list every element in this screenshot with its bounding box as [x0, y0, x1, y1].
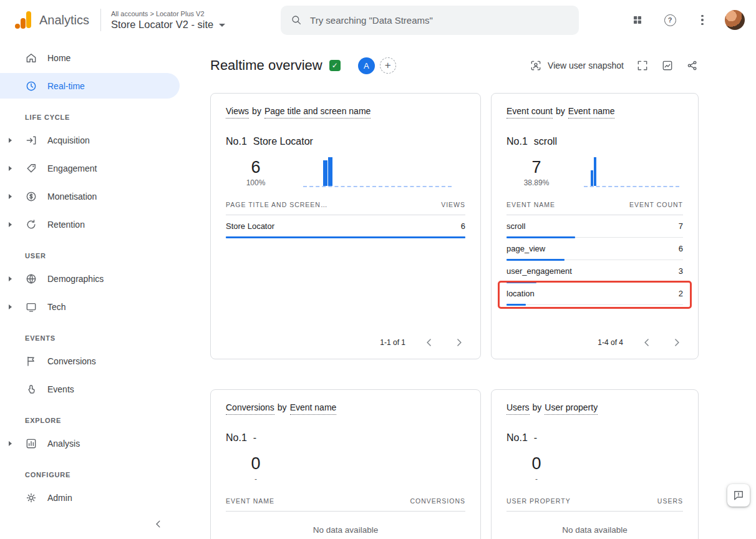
search-placeholder: Try searching "Data Streams"	[310, 15, 433, 26]
sidebar-item-retention[interactable]: Retention	[0, 211, 181, 237]
sidebar-item-engagement[interactable]: Engagement	[0, 155, 181, 181]
home-icon	[25, 52, 37, 64]
more-options-button[interactable]	[690, 7, 715, 32]
metric-row: 0 -	[226, 451, 465, 483]
metric-row: 6 100%	[226, 155, 465, 187]
column-header-metric[interactable]: USERS	[657, 497, 683, 505]
topbar: Analytics All accounts > Locator Plus V2…	[0, 0, 756, 40]
pagination-prev-button[interactable]	[423, 336, 435, 349]
sidebar-item-events[interactable]: Events	[0, 376, 181, 402]
sidebar-item-demographics[interactable]: Demographics	[0, 266, 181, 291]
expand-caret-icon[interactable]	[9, 166, 12, 171]
row-value: 6	[679, 244, 683, 253]
metric-block: 7 38.89%	[523, 158, 550, 187]
view-user-snapshot-label: View user snapshot	[548, 61, 624, 70]
comparison-chip-all-users[interactable]: A	[358, 57, 375, 74]
account-avatar[interactable]	[722, 7, 747, 32]
card-title-metric[interactable]: Conversions	[226, 402, 274, 415]
column-header-metric[interactable]: CONVERSIONS	[410, 497, 465, 505]
pagination-next-button[interactable]	[453, 336, 465, 349]
row-name: user_engagement	[506, 266, 572, 276]
pagination-next-button[interactable]	[671, 336, 683, 349]
search-icon	[291, 14, 302, 26]
sidebar-item-realtime[interactable]: Real-time	[0, 73, 180, 99]
view-user-snapshot-button[interactable]: View user snapshot	[530, 59, 624, 72]
table-header: USER PROPERTY USERS	[506, 497, 683, 512]
row-name: page_view	[506, 244, 545, 253]
card-title-metric[interactable]: Users	[506, 402, 530, 415]
card-title: Event count by Event name	[506, 106, 683, 119]
customize-report-icon[interactable]	[661, 59, 674, 72]
share-icon[interactable]	[686, 59, 699, 72]
sidebar-item-label: Retention	[47, 220, 85, 230]
expand-caret-icon[interactable]	[9, 276, 12, 281]
pagination-label: 1-4 of 4	[598, 338, 623, 347]
help-button[interactable]: ?	[657, 7, 682, 32]
table-header: EVENT NAME EVENT COUNT	[506, 201, 683, 215]
table-row[interactable]: Store Locator 6	[226, 215, 465, 238]
breadcrumb[interactable]: All accounts > Locator Plus V2	[111, 10, 271, 17]
column-header-metric[interactable]: EVENT COUNT	[629, 201, 683, 208]
cards-row-2: Conversions by Event name No.1 - 0 -	[210, 389, 699, 539]
card-views-by-page-title: Views by Page title and screen name No.1…	[210, 93, 481, 359]
data-table: EVENT NAME EVENT COUNT scroll 7 page_vie…	[506, 201, 683, 305]
sidebar-item-admin[interactable]: Admin	[0, 485, 181, 510]
table-row[interactable]: page_view 6	[506, 238, 683, 260]
add-comparison-button[interactable]	[380, 57, 396, 74]
card-title-by: by	[556, 106, 565, 119]
table-row[interactable]: user_engagement 3	[506, 260, 683, 283]
sidebar-item-home[interactable]: Home	[0, 45, 181, 70]
expand-caret-icon[interactable]	[9, 304, 12, 309]
metric-block: 0 -	[523, 455, 550, 483]
data-table: USER PROPERTY USERS No data available	[506, 497, 683, 535]
row-bar	[226, 236, 465, 238]
property-selector[interactable]: All accounts > Locator Plus V2 Store Loc…	[111, 10, 271, 31]
apps-grid-button[interactable]	[625, 7, 650, 32]
card-title-dimension[interactable]: User property	[545, 402, 598, 415]
google-analytics-logo[interactable]: Analytics	[14, 11, 89, 29]
card-title-by: by	[278, 402, 287, 415]
search-bar[interactable]: Try searching "Data Streams"	[281, 6, 579, 35]
collapse-sidebar-button[interactable]	[147, 513, 170, 535]
sidebar-section-configure: CONFIGURE	[0, 471, 181, 478]
metric-percent: 38.89%	[523, 178, 550, 187]
expand-caret-icon[interactable]	[9, 222, 12, 227]
no1-label: No.1	[506, 432, 528, 444]
expand-caret-icon[interactable]	[9, 138, 12, 143]
refresh-icon	[25, 218, 37, 231]
card-title-dimension[interactable]: Page title and screen name	[264, 106, 371, 119]
no1-value: -	[253, 432, 256, 444]
expand-caret-icon[interactable]	[9, 441, 12, 446]
devices-icon	[25, 301, 37, 313]
column-header-dimension[interactable]: PAGE TITLE AND SCREEN…	[226, 201, 327, 208]
card-title: Users by User property	[506, 402, 683, 415]
column-header-dimension[interactable]: EVENT NAME	[226, 497, 274, 505]
card-title-dimension[interactable]: Event name	[290, 402, 337, 415]
pagination-prev-button[interactable]	[641, 336, 653, 349]
sidebar-item-tech[interactable]: Tech	[0, 294, 181, 319]
data-quality-icon[interactable]	[329, 60, 341, 71]
metric-row: 0 -	[506, 451, 683, 483]
sidebar-item-conversions[interactable]: Conversions	[0, 348, 181, 374]
row-value: 2	[679, 289, 683, 298]
sidebar-item-analysis[interactable]: Analysis	[0, 430, 181, 456]
column-header-metric[interactable]: VIEWS	[441, 201, 465, 208]
table-row[interactable]: scroll 7	[506, 215, 683, 238]
column-header-dimension[interactable]: USER PROPERTY	[506, 497, 571, 505]
avatar	[725, 10, 745, 30]
no1-value: -	[534, 432, 537, 444]
expand-caret-icon[interactable]	[9, 194, 12, 199]
feedback-button[interactable]	[727, 484, 750, 507]
fullscreen-icon[interactable]	[636, 59, 649, 72]
card-users-by-user-property: Users by User property No.1 - 0 - USE	[491, 389, 699, 539]
property-name: Store Locator V2 - site	[111, 19, 213, 31]
card-title-dimension[interactable]: Event name	[568, 106, 615, 119]
sidebar-item-label: Home	[47, 53, 70, 63]
card-title-metric[interactable]: Views	[226, 106, 249, 119]
table-row-location[interactable]: location 2	[506, 283, 683, 305]
sidebar-item-monetisation[interactable]: Monetisation	[0, 183, 181, 209]
card-title-metric[interactable]: Event count	[506, 106, 553, 119]
sidebar-item-acquisition[interactable]: Acquisition	[0, 127, 181, 153]
column-header-dimension[interactable]: EVENT NAME	[506, 201, 555, 208]
metric-value: 7	[523, 158, 550, 176]
